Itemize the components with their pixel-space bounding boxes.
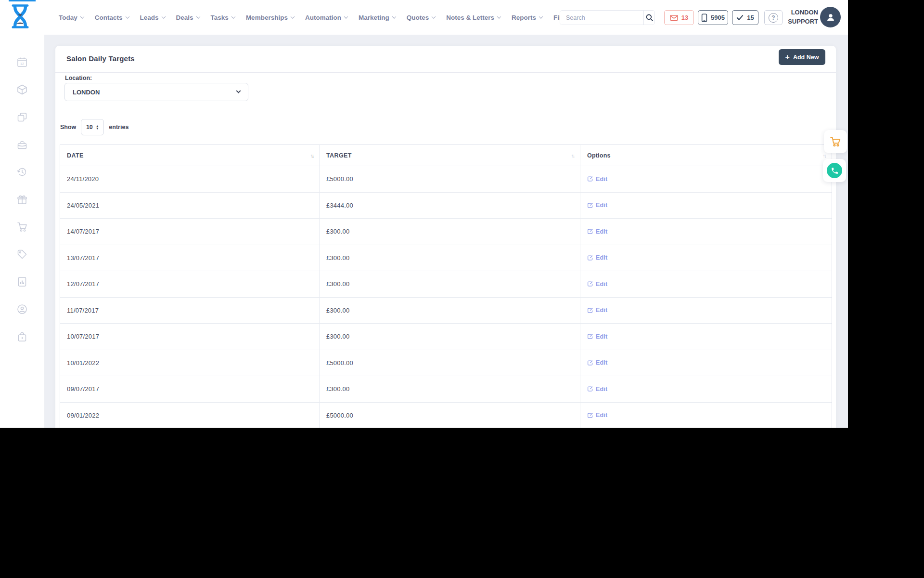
sort-icon[interactable]: ↑↓: [823, 153, 827, 158]
global-search: [560, 10, 655, 25]
nav-item-leads[interactable]: Leads: [140, 14, 165, 21]
edit-link[interactable]: Edit: [587, 333, 607, 340]
sort-icon[interactable]: ↑↓: [571, 153, 576, 158]
table-row: 13/07/2017 £300.00 Edit: [60, 245, 832, 271]
nav-item-reports[interactable]: Reports: [512, 14, 542, 21]
sidebar-item-security[interactable]: [16, 331, 28, 342]
sidebar-item-vouchers[interactable]: [16, 249, 28, 260]
sidebar-item-shop[interactable]: [16, 221, 28, 233]
search-button[interactable]: [643, 11, 654, 25]
edit-link[interactable]: Edit: [587, 281, 607, 288]
edit-icon: [587, 412, 593, 419]
row-target: £300.00: [320, 219, 580, 245]
edit-icon: [587, 255, 593, 261]
entries-label: entries: [109, 124, 128, 131]
table-row: 09/01/2022 £5000.00 Edit: [60, 402, 832, 428]
mail-notifications-badge[interactable]: 13: [664, 10, 694, 25]
tasks-done-badge[interactable]: 15: [732, 10, 758, 25]
user-avatar[interactable]: [820, 7, 841, 27]
edit-label: Edit: [596, 307, 607, 314]
edit-link[interactable]: Edit: [587, 202, 607, 209]
nav-item-quotes[interactable]: Quotes: [407, 14, 436, 21]
edit-link[interactable]: Edit: [587, 176, 607, 183]
column-header-date[interactable]: DATE ↑↓: [60, 145, 320, 166]
nav-item-tasks[interactable]: Tasks: [211, 14, 235, 21]
row-date: 13/07/2017: [60, 245, 320, 271]
nav-item-contacts[interactable]: Contacts: [95, 14, 129, 21]
top-navigation-bar: Today Contacts Leads Deals Tasks Members…: [0, 0, 848, 35]
nav-item-memberships[interactable]: Memberships: [246, 14, 294, 21]
phone-calls-badge[interactable]: 5905: [698, 10, 728, 25]
nav-label: Leads: [140, 14, 159, 21]
phone-icon: [831, 167, 839, 175]
edit-link[interactable]: Edit: [587, 228, 607, 235]
page-size-value: 10: [86, 124, 93, 131]
column-header-target[interactable]: TARGET ↑↓: [320, 145, 580, 166]
sidebar-item-support[interactable]: [16, 303, 28, 315]
sidebar-item-calendar[interactable]: 12: [16, 56, 28, 68]
floating-call-button[interactable]: [823, 159, 846, 182]
nav-item-notes-letters[interactable]: Notes & Letters: [446, 14, 500, 21]
floating-shop-button[interactable]: [824, 130, 847, 153]
nav-item-today[interactable]: Today: [59, 14, 84, 21]
sidebar-item-duplicates[interactable]: [16, 111, 28, 123]
chevron-down-icon: [344, 14, 348, 18]
salon-daily-targets-card: Salon Daily Targets + Add New Location: …: [55, 46, 836, 428]
chevron-down-icon: [231, 14, 235, 18]
edit-label: Edit: [596, 386, 607, 393]
add-new-label: Add New: [793, 54, 819, 61]
edit-icon: [587, 176, 593, 182]
edit-label: Edit: [596, 176, 607, 183]
edit-icon: [587, 228, 593, 235]
question-mark-icon: ?: [769, 13, 778, 23]
row-date: 12/07/2017: [60, 271, 320, 297]
sidebar-item-gifts[interactable]: [16, 194, 28, 205]
table-row: 11/07/2017 £300.00 Edit: [60, 297, 832, 324]
nav-item-automation[interactable]: Automation: [305, 14, 347, 21]
nav-label: Today: [59, 14, 77, 21]
nav-item-deals[interactable]: Deals: [176, 14, 200, 21]
cart-icon: [16, 221, 28, 233]
nav-label: Tasks: [211, 14, 229, 21]
edit-link[interactable]: Edit: [587, 359, 607, 366]
check-icon: [736, 14, 744, 21]
row-target: £300.00: [320, 376, 580, 402]
location-select[interactable]: LONDON: [64, 83, 248, 101]
sort-icon[interactable]: ↑↓: [310, 153, 315, 158]
sidebar-item-basket[interactable]: [16, 139, 28, 150]
envelope-icon: [670, 14, 678, 21]
chevron-down-icon: [80, 14, 84, 18]
column-header-options[interactable]: Options ↑↓: [580, 145, 832, 166]
search-input[interactable]: [560, 11, 643, 25]
nav-label: Marketing: [359, 14, 389, 21]
page-title: Salon Daily Targets: [66, 54, 135, 63]
table-row: 14/07/2017 £300.00 Edit: [60, 218, 832, 245]
plus-icon: +: [785, 53, 790, 61]
app-logo-hourglass-icon[interactable]: [10, 3, 31, 31]
nav-label: Memberships: [246, 14, 288, 21]
sidebar-item-packages[interactable]: [16, 84, 28, 95]
chevron-down-icon: [196, 14, 200, 18]
nav-item-marketing[interactable]: Marketing: [359, 14, 396, 21]
page-size-select[interactable]: 10 ▲▼: [81, 119, 104, 135]
sidebar-item-history[interactable]: [16, 166, 28, 178]
edit-icon: [587, 307, 593, 314]
row-target: £3444.00: [320, 193, 580, 219]
edit-link[interactable]: Edit: [587, 254, 607, 261]
edit-link[interactable]: Edit: [587, 412, 607, 419]
nav-label: Deals: [176, 14, 193, 21]
search-icon: [645, 13, 654, 22]
left-icon-sidebar: 12: [0, 35, 44, 428]
add-new-button[interactable]: + Add New: [779, 49, 825, 65]
card-divider: [55, 72, 836, 73]
sidebar-item-reports[interactable]: [16, 276, 28, 288]
main-menu: Today Contacts Leads Deals Tasks Members…: [59, 0, 568, 35]
edit-icon: [587, 281, 593, 287]
edit-link[interactable]: Edit: [587, 307, 607, 314]
progress-bar: [9, 0, 36, 1]
table-header-row: DATE ↑↓ TARGET ↑↓ Options ↑↓: [60, 145, 832, 166]
table-row: 12/07/2017 £300.00 Edit: [60, 271, 832, 297]
table-row: 10/01/2022 £5000.00 Edit: [60, 350, 832, 376]
copy-icon: [16, 111, 28, 123]
edit-link[interactable]: Edit: [587, 386, 607, 393]
